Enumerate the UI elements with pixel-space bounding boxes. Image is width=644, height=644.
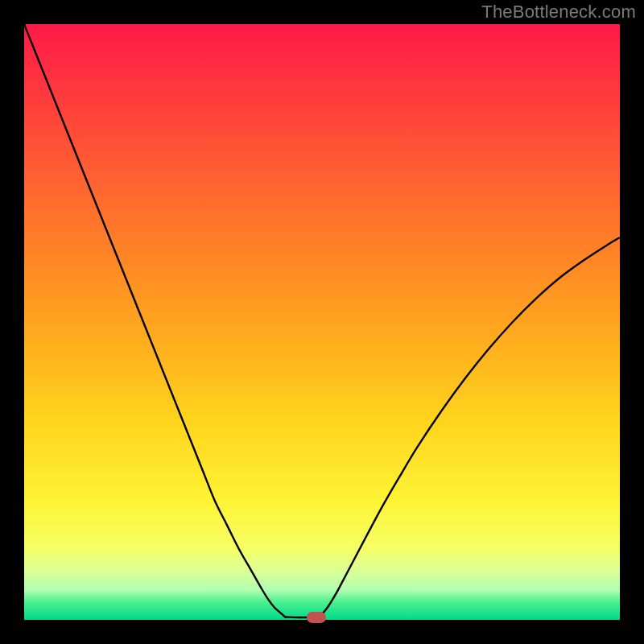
- curve-svg: [24, 24, 620, 620]
- bottleneck-curve: [24, 24, 620, 617]
- chart-frame: TheBottleneck.com: [0, 0, 644, 644]
- marker-dot: [307, 612, 326, 623]
- watermark-text: TheBottleneck.com: [481, 2, 636, 23]
- plot-area: [24, 24, 620, 620]
